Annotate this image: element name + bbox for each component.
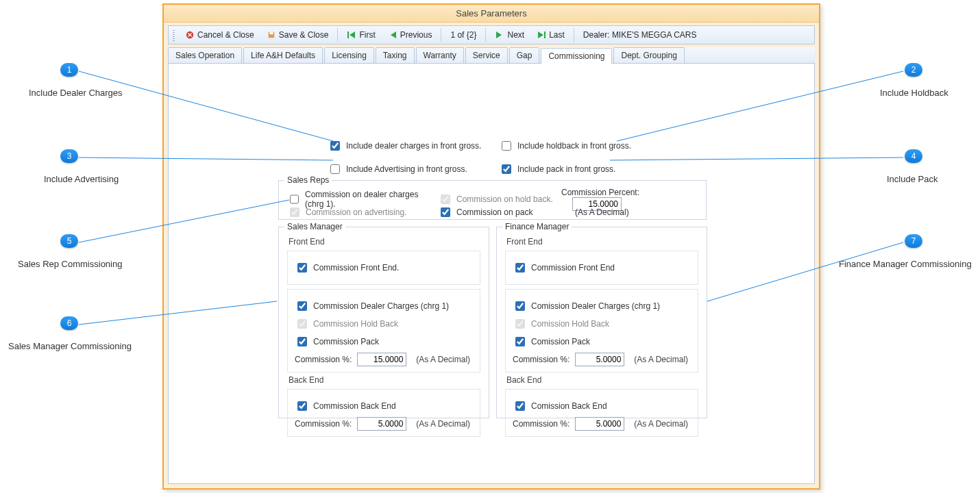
fm-front-pct-label: Commission %: — [513, 355, 569, 364]
tab-warranty[interactable]: Warranty — [416, 47, 464, 63]
callout-pill-6: 6 — [60, 316, 78, 330]
callout-pill-7: 7 — [905, 234, 922, 248]
include-advertising-checkbox[interactable]: Include Advertising in front gross. — [328, 162, 499, 176]
last-button[interactable]: Last — [532, 27, 569, 42]
tab-dept-grouping[interactable]: Dept. Grouping — [613, 47, 684, 63]
fm-back-end-title: Back End — [506, 375, 698, 385]
fm-back-pct-input[interactable] — [575, 417, 624, 431]
fm-front-end-box: Commission Front End — [505, 251, 698, 285]
include-pack-checkbox[interactable]: Include pack in front gross. — [499, 162, 670, 176]
sm-back-pct-label: Commission %: — [295, 419, 352, 429]
sales-reps-title: Sales Reps — [284, 175, 332, 185]
tab-taxing[interactable]: Taxing — [376, 47, 415, 63]
fm-front-end-checkbox[interactable]: Commission Front End — [513, 261, 691, 275]
sm-front-details-box: Commission Dealer Charges (chrg 1) Commi… — [287, 289, 480, 372]
svg-marker-7 — [538, 31, 543, 38]
tab-life-ah-defaults[interactable]: Life A&H Defaults — [243, 47, 323, 63]
sr-as-decimal-label: (As A Decimal) — [575, 207, 629, 217]
callout-label-5: Sales Rep Commissioning — [18, 259, 122, 269]
fm-front-end-title: Front End — [506, 237, 698, 246]
fm-back-end-box: Comission Back End Commission %: (As A D… — [505, 389, 698, 437]
svg-rect-3 — [347, 31, 349, 38]
include-holdback-checkbox[interactable]: Include holdback in front gross. — [499, 139, 670, 153]
callout-pill-4: 4 — [905, 149, 922, 163]
tab-sales-operation[interactable]: Sales Operation — [168, 47, 242, 63]
sm-dealer-charges-checkbox[interactable]: Commission Dealer Charges (chrg 1) — [295, 299, 473, 313]
save-close-button[interactable]: Save & Close — [262, 27, 334, 42]
toolbar-separator — [574, 28, 574, 42]
fm-holdback-checkbox[interactable]: Comission Hold Back — [513, 317, 691, 331]
tab-commissioning[interactable]: Commissioning — [541, 48, 612, 64]
toolbar: Cancel & Close Save & Close First Previo… — [168, 25, 815, 45]
previous-button[interactable]: Previous — [383, 27, 437, 42]
sm-front-end-title: Front End — [289, 237, 480, 246]
tabstrip: Sales Operation Life A&H Defaults Licens… — [168, 47, 815, 64]
callout-pill-1: 1 — [60, 63, 78, 77]
app-window: Sales Parameters Cancel & Close Save & C… — [162, 3, 820, 490]
fm-pack-checkbox[interactable]: Comission Pack — [513, 335, 691, 349]
sr-commission-percent-label: Commission Percent: — [561, 188, 639, 197]
fm-front-pct-input[interactable] — [575, 353, 624, 366]
first-button[interactable]: First — [342, 27, 380, 42]
svg-rect-8 — [544, 31, 546, 38]
tab-page-commissioning: Include dealer charges in front gross. I… — [168, 64, 815, 484]
sr-holdback-checkbox[interactable]: Commission on hold back. — [438, 192, 561, 206]
callout-label-7: Finance Manager Commissioning — [839, 259, 972, 269]
sm-front-as-decimal: (As A Decimal) — [416, 355, 470, 364]
sr-pack-checkbox[interactable]: Commission on pack — [438, 205, 561, 219]
sm-front-end-box: Commission Front End. — [287, 251, 480, 285]
fm-back-end-checkbox[interactable]: Comission Back End — [513, 399, 691, 413]
tab-service[interactable]: Service — [465, 47, 508, 63]
sm-back-pct-input[interactable] — [357, 417, 406, 431]
sm-back-end-box: Commission Back End Commission %: (As A … — [287, 389, 480, 437]
fm-front-as-decimal: (As A Decimal) — [634, 355, 688, 364]
window-title: Sales Parameters — [164, 5, 819, 23]
callout-pill-2: 2 — [905, 63, 922, 77]
toolbar-grip — [173, 29, 175, 41]
sm-back-end-checkbox[interactable]: Commission Back End — [295, 399, 473, 413]
save-icon — [267, 31, 276, 39]
callout-label-4: Include Pack — [887, 174, 938, 184]
sm-front-end-checkbox[interactable]: Commission Front End. — [295, 261, 473, 275]
page-counter: 1 of {2} — [445, 27, 481, 42]
toolbar-separator — [441, 28, 441, 42]
toolbar-separator — [337, 28, 338, 42]
previous-icon — [388, 31, 397, 39]
finance-manager-title: Finance Manager — [502, 222, 572, 231]
svg-rect-2 — [269, 32, 273, 34]
cancel-close-button[interactable]: Cancel & Close — [180, 27, 259, 42]
sales-reps-group: Sales Reps Commission on dealer charges … — [278, 180, 707, 220]
include-dealer-charges-checkbox[interactable]: Include dealer charges in front gross. — [328, 139, 499, 153]
callout-label-3: Include Advertising — [44, 174, 119, 184]
sales-manager-title: Sales Manager — [284, 222, 345, 231]
fm-back-pct-label: Commission %: — [513, 419, 569, 429]
callout-label-1: Include Dealer Charges — [29, 88, 123, 98]
fm-front-details-box: Comission Dealer Charges (chrg 1) Comiss… — [505, 289, 698, 372]
callout-pill-3: 3 — [60, 149, 78, 163]
fm-back-as-decimal: (As A Decimal) — [634, 419, 688, 429]
tab-gap[interactable]: Gap — [509, 47, 540, 63]
callout-label-2: Include Holdback — [880, 88, 948, 98]
callout-pill-5: 5 — [60, 234, 78, 248]
svg-marker-5 — [391, 31, 396, 38]
sales-manager-group: Sales Manager Front End Commission Front… — [278, 227, 489, 418]
tab-licensing[interactable]: Licensing — [324, 47, 374, 63]
svg-marker-4 — [350, 31, 355, 38]
finance-manager-group: Finance Manager Front End Commission Fro… — [496, 227, 707, 418]
next-icon — [495, 31, 504, 39]
sr-advertising-checkbox[interactable]: Commission on advertising. — [287, 205, 438, 219]
fm-dealer-charges-checkbox[interactable]: Comission Dealer Charges (chrg 1) — [513, 299, 691, 313]
sm-pack-checkbox[interactable]: Commission Pack — [295, 335, 473, 349]
sm-back-end-title: Back End — [289, 375, 480, 385]
cancel-icon — [185, 31, 195, 39]
first-icon — [347, 31, 356, 39]
svg-marker-6 — [496, 31, 502, 38]
sm-front-pct-label: Commission %: — [295, 355, 352, 364]
dealer-label: Dealer: MIKE'S MEGGA CARS — [578, 27, 702, 42]
sm-holdback-checkbox[interactable]: Commission Hold Back — [295, 317, 473, 331]
sm-front-pct-input[interactable] — [357, 353, 406, 366]
sm-back-as-decimal: (As A Decimal) — [416, 419, 470, 429]
next-button[interactable]: Next — [490, 27, 529, 42]
front-gross-options: Include dealer charges in front gross. I… — [328, 139, 698, 176]
toolbar-separator — [485, 28, 486, 42]
